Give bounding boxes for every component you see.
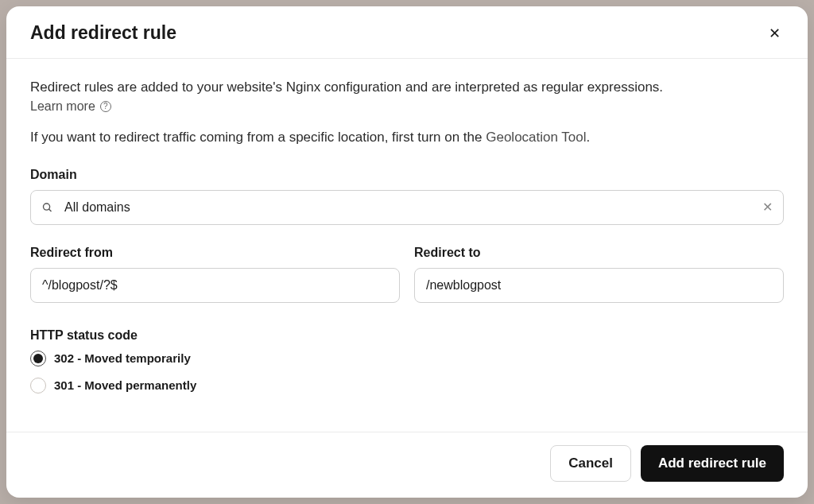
add-redirect-rule-button[interactable]: Add redirect rule (641, 445, 784, 482)
close-icon: ✕ (769, 25, 781, 41)
status-code-radio-group: 302 - Moved temporarily 301 - Moved perm… (30, 351, 784, 394)
modal-header: Add redirect rule ✕ (6, 6, 808, 59)
radio-dot-icon (33, 354, 43, 363)
radio-circle-icon (30, 351, 46, 366)
radio-301[interactable]: 301 - Moved permanently (30, 378, 784, 394)
clear-domain-icon[interactable]: ✕ (762, 201, 773, 214)
cancel-button[interactable]: Cancel (550, 445, 631, 482)
modal-title: Add redirect rule (30, 22, 176, 44)
description-text: Redirect rules are added to your website… (30, 78, 784, 98)
radio-302[interactable]: 302 - Moved temporarily (30, 351, 784, 366)
radio-302-label: 302 - Moved temporarily (54, 351, 191, 365)
status-code-label: HTTP status code (30, 328, 784, 343)
modal-body: Redirect rules are added to your website… (6, 59, 808, 432)
help-icon[interactable]: ? (100, 101, 111, 112)
domain-label: Domain (30, 168, 784, 182)
redirect-from-input[interactable] (30, 268, 400, 303)
learn-more-link[interactable]: Learn more (30, 99, 95, 114)
redirect-to-label: Redirect to (414, 246, 784, 260)
geo-prefix: If you want to redirect traffic coming f… (30, 130, 486, 145)
redirect-to-input[interactable] (414, 268, 784, 303)
modal-footer: Cancel Add redirect rule (6, 432, 808, 498)
geolocation-text: If you want to redirect traffic coming f… (30, 130, 784, 145)
close-button[interactable]: ✕ (766, 23, 784, 44)
add-redirect-rule-modal: Add redirect rule ✕ Redirect rules are a… (6, 6, 808, 498)
redirect-from-label: Redirect from (30, 246, 400, 260)
radio-301-label: 301 - Moved permanently (54, 378, 196, 392)
learn-more-row: Learn more ? (30, 99, 784, 114)
geolocation-tool-link[interactable]: Geolocation Tool (486, 130, 586, 145)
redirect-from-col: Redirect from (30, 246, 400, 303)
radio-circle-icon (30, 378, 46, 394)
geo-suffix: . (587, 130, 591, 145)
redirect-to-col: Redirect to (414, 246, 784, 303)
domain-input[interactable] (30, 190, 784, 225)
domain-field-wrap: ✕ (30, 190, 784, 225)
redirect-paths-row: Redirect from Redirect to (30, 246, 784, 303)
